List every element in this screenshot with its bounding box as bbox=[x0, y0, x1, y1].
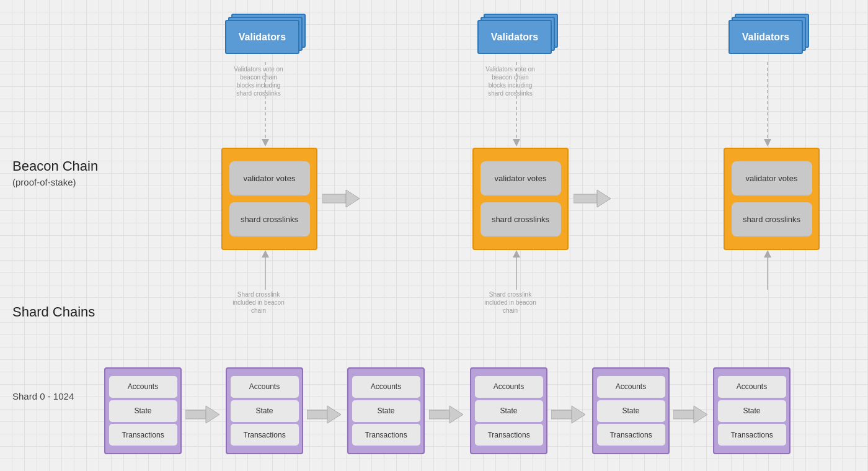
beacon-block-3: validator votes shard crosslinks bbox=[724, 148, 820, 250]
svg-rect-10 bbox=[574, 194, 597, 203]
validators-group-1: Validators bbox=[225, 14, 306, 57]
shard-h-arrow-2 bbox=[307, 403, 341, 426]
validator-votes-2: validator votes bbox=[480, 161, 561, 195]
shard-state-2: State bbox=[231, 400, 299, 422]
svg-marker-11 bbox=[597, 190, 611, 207]
svg-marker-25 bbox=[694, 406, 707, 423]
proof-of-stake-label: (proof-of-stake) bbox=[12, 177, 76, 187]
annotation-crosslink-2: Shard crosslink included in beacon chain bbox=[482, 290, 538, 315]
beacon-chain-label: Beacon Chain bbox=[12, 158, 98, 174]
validator-stack-3: Validators bbox=[728, 14, 809, 57]
validator-votes-1: validator votes bbox=[229, 161, 310, 195]
up-arrow-3 bbox=[763, 250, 772, 259]
shard-state-3: State bbox=[352, 400, 420, 422]
beacon-arrow-2-3 bbox=[574, 187, 611, 212]
validators-group-2: Validators bbox=[477, 14, 558, 57]
svg-marker-19 bbox=[327, 406, 341, 423]
svg-rect-24 bbox=[673, 410, 694, 419]
shard-transactions-1: Transactions bbox=[109, 424, 177, 446]
shard-arrow-5-6 bbox=[673, 403, 707, 428]
validator-card-2c: Validators bbox=[477, 20, 552, 54]
shard-arrow-4-5 bbox=[551, 403, 585, 428]
validator-label-2: Validators bbox=[491, 32, 538, 43]
svg-marker-5 bbox=[346, 190, 360, 207]
shard-accounts-1: Accounts bbox=[109, 376, 177, 398]
validator-card-1c: Validators bbox=[225, 20, 299, 54]
svg-marker-7 bbox=[513, 139, 520, 146]
shard-accounts-2: Accounts bbox=[231, 376, 299, 398]
validator-stack-1: Validators bbox=[225, 14, 306, 57]
svg-rect-18 bbox=[307, 410, 327, 419]
up-arrow-2 bbox=[512, 250, 521, 259]
shard-arrow-2-3 bbox=[307, 403, 341, 428]
validator-card-3c: Validators bbox=[728, 20, 803, 54]
shard-block-5: Accounts State Transactions bbox=[592, 367, 670, 454]
svg-marker-23 bbox=[572, 406, 585, 423]
svg-marker-9 bbox=[513, 250, 520, 258]
arrow-down-2 bbox=[512, 139, 521, 148]
shard-chains-label: Shard Chains bbox=[12, 304, 95, 320]
shard-accounts-5: Accounts bbox=[597, 376, 665, 398]
shard-accounts-4: Accounts bbox=[475, 376, 543, 398]
svg-marker-3 bbox=[262, 250, 269, 258]
beacon-h-arrow-2 bbox=[574, 187, 611, 210]
dashed-line-3 bbox=[767, 62, 768, 143]
arrow-down-1 bbox=[261, 139, 270, 148]
shard-transactions-2: Transactions bbox=[231, 424, 299, 446]
shard-transactions-4: Transactions bbox=[475, 424, 543, 446]
shard-state-5: State bbox=[597, 400, 665, 422]
shard-h-arrow-3 bbox=[429, 403, 463, 426]
svg-marker-1 bbox=[262, 139, 269, 146]
validator-label-1: Validators bbox=[239, 32, 286, 43]
svg-rect-22 bbox=[551, 410, 572, 419]
shard-accounts-3: Accounts bbox=[352, 376, 420, 398]
shard-transactions-3: Transactions bbox=[352, 424, 420, 446]
shard-block-3: Accounts State Transactions bbox=[347, 367, 425, 454]
svg-marker-17 bbox=[206, 406, 219, 423]
shard-crosslinks-3: shard crosslinks bbox=[732, 202, 812, 236]
shard-transactions-6: Transactions bbox=[718, 424, 786, 446]
shard-block-1: Accounts State Transactions bbox=[104, 367, 182, 454]
annotation-crosslink-1: Shard crosslink included in beacon chain bbox=[231, 290, 286, 315]
shard-arrow-3-4 bbox=[429, 403, 463, 428]
arrow-down-3 bbox=[763, 139, 772, 148]
svg-marker-21 bbox=[450, 406, 463, 423]
shard-block-4: Accounts State Transactions bbox=[470, 367, 547, 454]
validator-votes-3: validator votes bbox=[732, 161, 812, 195]
shard-h-arrow-4 bbox=[551, 403, 585, 426]
shard-h-arrow-5 bbox=[673, 403, 707, 426]
diagram: Beacon Chain (proof-of-stake) Shard Chai… bbox=[0, 0, 868, 471]
shard-state-4: State bbox=[475, 400, 543, 422]
beacon-arrow-1-2 bbox=[322, 187, 360, 212]
shard-state-6: State bbox=[718, 400, 786, 422]
beacon-block-1: validator votes shard crosslinks bbox=[221, 148, 317, 250]
beacon-h-arrow-1 bbox=[322, 187, 360, 210]
svg-rect-20 bbox=[429, 410, 450, 419]
svg-marker-15 bbox=[764, 250, 771, 258]
validators-group-3: Validators bbox=[728, 14, 809, 57]
shard-crosslinks-1: shard crosslinks bbox=[229, 202, 310, 236]
shard-h-arrow-1 bbox=[185, 403, 219, 426]
dashed-line-1 bbox=[265, 62, 266, 143]
svg-rect-4 bbox=[322, 194, 346, 203]
shard-crosslinks-2: shard crosslinks bbox=[480, 202, 561, 236]
validator-label-3: Validators bbox=[742, 32, 789, 43]
svg-marker-13 bbox=[764, 139, 771, 146]
shard-transactions-5: Transactions bbox=[597, 424, 665, 446]
svg-rect-16 bbox=[185, 410, 206, 419]
annotation-vote-1: Validators vote on beacon chain blocks i… bbox=[231, 65, 286, 97]
shard-block-2: Accounts State Transactions bbox=[226, 367, 303, 454]
shard-accounts-6: Accounts bbox=[718, 376, 786, 398]
validator-stack-2: Validators bbox=[477, 14, 558, 57]
shard-arrow-1-2 bbox=[185, 403, 219, 428]
shard-block-6: Accounts State Transactions bbox=[713, 367, 790, 454]
beacon-block-2: validator votes shard crosslinks bbox=[472, 148, 569, 250]
annotation-vote-2: Validators vote on beacon chain blocks i… bbox=[482, 65, 538, 97]
up-arrow-1 bbox=[261, 250, 270, 259]
dashed-line-2 bbox=[516, 62, 517, 143]
shard-state-1: State bbox=[109, 400, 177, 422]
shard-range-label: Shard 0 - 1024 bbox=[12, 391, 74, 401]
